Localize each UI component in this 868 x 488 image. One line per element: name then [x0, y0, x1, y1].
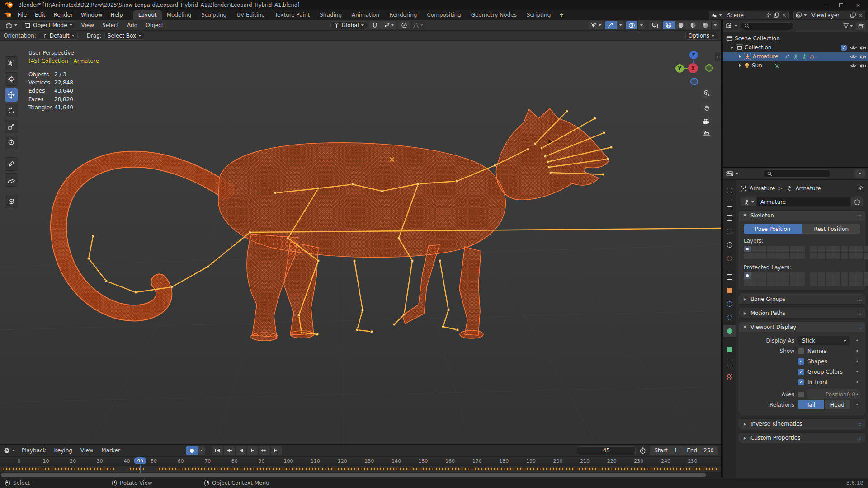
new-scene-icon[interactable]: [774, 12, 779, 18]
panel-custom-properties-header[interactable]: ▶Custom Properties::::: [739, 433, 865, 443]
layer-cell[interactable]: [841, 272, 848, 279]
properties-tab-object[interactable]: [723, 284, 736, 296]
outliner-item-label[interactable]: Scene Collection: [735, 35, 780, 42]
panel-bone-groups-header[interactable]: ▶Bone Groups::::: [739, 294, 865, 304]
layer-cell[interactable]: [774, 246, 782, 252]
panel-viewport-display-header[interactable]: ▼ Viewport Display ::::: [739, 322, 865, 332]
workspace-tab-scripting[interactable]: Scripting: [522, 10, 556, 20]
move-tool[interactable]: [5, 88, 18, 102]
annotate-tool[interactable]: [5, 157, 18, 171]
close-button[interactable]: ×: [855, 2, 861, 8]
play-reverse-button[interactable]: [236, 446, 246, 455]
disable-render-camera-icon[interactable]: [860, 63, 866, 68]
outliner-search[interactable]: [741, 22, 794, 30]
layer-cell[interactable]: [744, 246, 751, 252]
filter-icon[interactable]: [843, 23, 849, 29]
current-frame-field[interactable]: 45: [577, 446, 636, 455]
panel-grip[interactable]: ::::: [857, 325, 861, 330]
layer-cell[interactable]: [856, 253, 863, 259]
orientation-dropdown[interactable]: Default: [39, 32, 78, 40]
properties-tab-output[interactable]: [723, 211, 736, 224]
layer-cell[interactable]: [790, 253, 797, 259]
gizmos-dropdown[interactable]: [617, 21, 624, 29]
use-preview-range-icon[interactable]: [639, 447, 646, 454]
collection-exclude-checkbox[interactable]: ✓: [841, 45, 847, 51]
panel-grip[interactable]: ::::: [857, 436, 861, 441]
layer-cell[interactable]: [864, 279, 868, 286]
layer-cell[interactable]: [797, 272, 805, 279]
panel-grip[interactable]: ::::: [857, 213, 861, 218]
layer-cell[interactable]: [774, 272, 782, 279]
layer-cell[interactable]: [744, 253, 751, 259]
expand-icon[interactable]: [739, 55, 741, 58]
pin-icon[interactable]: [765, 12, 771, 18]
vp-menu-object[interactable]: Object: [142, 21, 167, 29]
layer-cell[interactable]: [849, 246, 856, 252]
hide-eye-icon[interactable]: [850, 54, 857, 59]
scene-selector[interactable]: Scene ×: [709, 11, 789, 19]
hide-eye-icon[interactable]: [850, 63, 857, 68]
in-front-checkbox[interactable]: ✓: [798, 379, 804, 385]
panel-grip[interactable]: ::::: [857, 422, 861, 427]
scale-tool[interactable]: [5, 120, 18, 133]
names-checkbox[interactable]: [798, 348, 804, 354]
workspace-tab-geometry-nodes[interactable]: Geometry Nodes: [466, 10, 522, 20]
animate-dot[interactable]: •: [854, 391, 860, 398]
axis-x-ball[interactable]: X: [688, 63, 698, 73]
layer-cell[interactable]: [790, 272, 797, 279]
keyframe-strip[interactable]: [0, 466, 721, 472]
workspace-tab-sculpting[interactable]: Sculpting: [196, 10, 231, 20]
fake-user-button[interactable]: [851, 197, 863, 207]
properties-tab-bone-constraint[interactable]: [723, 357, 736, 369]
axes-checkbox[interactable]: [798, 391, 804, 398]
animate-dot[interactable]: •: [854, 338, 860, 344]
properties-search[interactable]: [763, 169, 831, 178]
layer-cell[interactable]: [818, 246, 825, 252]
properties-tab-scene[interactable]: [723, 239, 736, 251]
layer-cell[interactable]: [810, 279, 817, 286]
prev-keyframe-button[interactable]: [224, 446, 235, 455]
layer-cell[interactable]: [782, 279, 789, 286]
layer-cell[interactable]: [782, 246, 789, 252]
disable-render-camera-icon[interactable]: [860, 45, 866, 50]
timeline-ruler[interactable]: 45 0102030405060708090100110120130140150…: [0, 457, 721, 466]
expand-icon[interactable]: [739, 64, 741, 67]
outliner-row-collection[interactable]: Collection ✓: [723, 43, 868, 52]
filter-dropdown-chevron[interactable]: [850, 25, 853, 27]
zoom-button[interactable]: [701, 87, 712, 99]
xray-toggle[interactable]: [649, 21, 661, 29]
vp-menu-add[interactable]: Add: [123, 21, 142, 29]
breadcrumb-data[interactable]: Armature: [795, 185, 821, 192]
transform-orientation-dropdown[interactable]: Global: [330, 21, 367, 29]
outliner-row-armature[interactable]: Armature: [723, 52, 868, 61]
layer-cell[interactable]: [849, 253, 856, 259]
layer-cell[interactable]: [759, 279, 766, 286]
layer-cell[interactable]: [833, 253, 840, 259]
camera-view-button[interactable]: [701, 116, 712, 127]
expand-icon[interactable]: [730, 47, 734, 49]
layer-cell[interactable]: [744, 272, 751, 279]
workspace-tab-rendering[interactable]: Rendering: [384, 10, 422, 20]
timeline-editor-type[interactable]: [3, 446, 16, 455]
layer-cell[interactable]: [810, 246, 817, 252]
outliner-row-scene-collection[interactable]: Scene Collection: [723, 34, 868, 43]
breadcrumb-object[interactable]: Armature: [750, 185, 775, 192]
axis-z-ball[interactable]: Z: [689, 51, 698, 59]
properties-tab-render[interactable]: [723, 198, 736, 210]
new-viewlayer-icon[interactable]: [850, 12, 856, 18]
layer-cell[interactable]: [849, 272, 856, 279]
viewport-canvas[interactable]: User Perspective (45) Collection | Armat…: [0, 41, 721, 444]
menu-window[interactable]: Window: [77, 11, 106, 19]
panel-skeleton-header[interactable]: ▼ Skeleton ::::: [739, 211, 865, 221]
proportional-editing-toggle[interactable]: [398, 21, 410, 29]
select-box-tool[interactable]: [5, 56, 18, 70]
layer-cell[interactable]: [856, 246, 863, 252]
workspace-tab-compositing[interactable]: Compositing: [422, 10, 466, 20]
shapes-checkbox[interactable]: ✓: [798, 358, 804, 365]
layer-cell[interactable]: [751, 246, 759, 252]
layer-cell[interactable]: [833, 272, 840, 279]
layer-cell[interactable]: [767, 279, 774, 286]
display-as-dropdown[interactable]: Stick: [798, 336, 850, 345]
show-object-types-dropdown[interactable]: [589, 21, 603, 29]
properties-tab-object-constraints[interactable]: [723, 311, 736, 324]
